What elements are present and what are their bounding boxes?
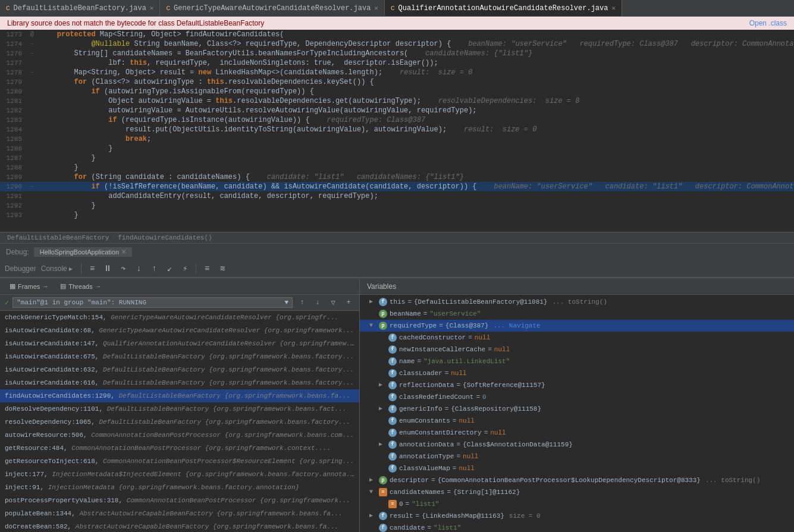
code-line-1273[interactable]: 1273@ protected Map<String, Object> find…: [0, 30, 794, 39]
step-out-button[interactable]: ↑: [147, 262, 161, 275]
var-item[interactable]: ▶f result = {LinkedHashMap@11163}size = …: [360, 510, 794, 522]
variables-list[interactable]: ▶f this = {DefaultListableBeanFactory@11…: [360, 295, 794, 532]
tab-close-3[interactable]: ✕: [611, 4, 616, 12]
breadcrumb-method: findAutowireCandidates(): [118, 234, 212, 241]
code-line-1282[interactable]: 1282 autowiringValue = AutowireUtils.res…: [0, 106, 794, 115]
var-item[interactable]: ▶f annotationData = {Class$AnnotationDat…: [360, 439, 794, 451]
var-item[interactable]: f name = "java.util.LinkedList": [360, 355, 794, 367]
line-content: }: [37, 153, 794, 163]
var-type-icon: f: [388, 405, 397, 413]
frame-item[interactable]: populateBean:1344, AbstractAutowireCapab…: [0, 507, 359, 520]
code-line-1276[interactable]: 1276- String[] candidateNames = BeanFact…: [0, 49, 794, 58]
tab-generictypeaware[interactable]: C GenericTypeAwareAutowireCandidateResol…: [160, 0, 385, 16]
code-line-1289[interactable]: 1289 for (String candidate : candidateNa…: [0, 172, 794, 182]
var-item[interactable]: f classValueMap = null: [360, 462, 794, 474]
var-item[interactable]: f candidate = "list1": [360, 522, 794, 532]
tab-close-2[interactable]: ✕: [374, 4, 378, 12]
code-line-1279[interactable]: 1279 for (Class<?> autowiringType : this…: [0, 77, 794, 87]
var-expand-arrow[interactable]: ▼: [369, 320, 376, 331]
var-equals: =: [456, 380, 460, 391]
settings-button[interactable]: ≡: [200, 262, 214, 275]
code-line-1286[interactable]: 1286 }: [0, 144, 794, 153]
var-item[interactable]: p beanName = "userService": [360, 308, 794, 320]
var-item[interactable]: f newInstanceCallerCache = null: [360, 344, 794, 355]
step-into-button[interactable]: ↓: [131, 262, 146, 275]
var-extra[interactable]: ... Navigate: [493, 320, 540, 331]
code-line-1287[interactable]: 1287 }: [0, 153, 794, 163]
code-line-1285[interactable]: 1285 break;: [0, 134, 794, 144]
var-item[interactable]: ▶p descriptor = {CommonAnnotationBeanPos…: [360, 474, 794, 486]
frame-item[interactable]: inject:177, InjectionMetadata$InjectedEl…: [0, 468, 359, 481]
console-tab[interactable]: Console ▸: [41, 265, 73, 273]
var-item[interactable]: ▶f this = {DefaultListableBeanFactory@11…: [360, 296, 794, 308]
tab-close[interactable]: ✕: [150, 4, 154, 12]
var-item[interactable]: f cachedConstructor = null: [360, 332, 794, 344]
var-item[interactable]: f enumConstants = null: [360, 415, 794, 427]
frame-item[interactable]: getResourceToInject:618, CommonAnnotatio…: [0, 455, 359, 468]
code-line-1274[interactable]: 1274- @Nullable String beanName, Class<?…: [0, 39, 794, 49]
frame-item[interactable]: isAutowireCandidate:147, QualifierAnnota…: [0, 337, 359, 350]
var-item[interactable]: ≡ 0 = "list1": [360, 498, 794, 510]
code-editor[interactable]: 1273@ protected Map<String, Object> find…: [0, 30, 794, 232]
resume-button[interactable]: ≡: [85, 262, 99, 275]
debug-session-close[interactable]: ✕: [121, 248, 126, 255]
var-item[interactable]: f annotationType = null: [360, 451, 794, 462]
var-expand-arrow[interactable]: ▶: [379, 404, 386, 414]
var-expand-arrow[interactable]: ▶: [369, 297, 376, 307]
frame-item[interactable]: findAutowireCandidates:1290, DefaultList…: [0, 389, 359, 402]
frame-item[interactable]: isAutowireCandidate:632, DefaultListable…: [0, 363, 359, 376]
debugger-tab[interactable]: Debugger: [5, 265, 36, 273]
thread-dropdown[interactable]: "main"@1 in group "main": RUNNING ▼: [12, 297, 293, 308]
frame-item[interactable]: isAutowireCandidate:68, GenericTypeAware…: [0, 324, 359, 337]
code-line-1283[interactable]: 1283 if (requiredType.isInstance(autowir…: [0, 115, 794, 125]
open-class-link[interactable]: Open .class: [749, 19, 787, 27]
frame-item[interactable]: postProcessPropertyValues:318, CommonAnn…: [0, 494, 359, 507]
frame-item[interactable]: getResource:484, CommonAnnotationBeanPos…: [0, 442, 359, 455]
code-line-1291[interactable]: 1291 addCandidateEntry(result, candidate…: [0, 191, 794, 201]
code-line-1278[interactable]: 1278- Map<String, Object> result = new L…: [0, 68, 794, 77]
var-item[interactable]: ▶f reflectionData = {SoftReference@11157…: [360, 379, 794, 391]
thread-add-button[interactable]: +: [343, 297, 354, 309]
var-expand-arrow[interactable]: ▶: [369, 511, 376, 521]
frame-item[interactable]: checkGenericTypeMatch:154, GenericTypeAw…: [0, 311, 359, 324]
var-item[interactable]: f classLoader = null: [360, 367, 794, 379]
tab-qualifier[interactable]: C QualifierAnnotationAutowireCandidateRe…: [385, 0, 622, 16]
thread-down-button[interactable]: ↓: [312, 297, 324, 309]
var-item[interactable]: ▼≡ candidateNames = {String[1]@11162}: [360, 486, 794, 498]
frames-tab[interactable]: ▦ Frames →: [5, 281, 53, 291]
var-expand-arrow[interactable]: ▶: [379, 439, 386, 450]
code-line-1290[interactable]: 1290- if (!isSelfReference(beanName, can…: [0, 182, 794, 191]
var-expand-arrow[interactable]: ▶: [369, 475, 376, 486]
tab-defaultlistable[interactable]: C DefaultListableBeanFactory.java ✕: [0, 0, 160, 16]
evaluate-button[interactable]: ⚡: [178, 262, 192, 275]
var-item[interactable]: f enumConstantDirectory = null: [360, 427, 794, 439]
var-item[interactable]: f classRedefinedCount = 0: [360, 391, 794, 403]
code-line-1281[interactable]: 1281 Object autowiringValue = this.resol…: [0, 96, 794, 106]
frame-item[interactable]: doCreateBean:582, AbstractAutowireCapabl…: [0, 520, 359, 532]
frame-item[interactable]: isAutowireCandidate:675, DefaultListable…: [0, 350, 359, 363]
var-expand-arrow[interactable]: ▼: [369, 487, 376, 498]
code-line-1277[interactable]: 1277 lbf: this, requiredType, includeNon…: [0, 58, 794, 68]
run-to-cursor-button[interactable]: ↙: [162, 262, 177, 275]
thread-up-button[interactable]: ↑: [296, 297, 308, 309]
thread-filter-button[interactable]: ▽: [327, 297, 339, 309]
var-item[interactable]: ▶f genericInfo = {ClassRepository@11158}: [360, 403, 794, 415]
frame-item[interactable]: inject:91, InjectionMetadata {org.spring…: [0, 481, 359, 494]
threads-tab[interactable]: ▤ Threads →: [55, 281, 105, 291]
debug-session-tab[interactable]: HelloSpringBootApplication ✕: [34, 247, 132, 257]
var-expand-arrow[interactable]: ▶: [379, 380, 386, 391]
code-line-1288[interactable]: 1288 }: [0, 163, 794, 172]
frames-list[interactable]: checkGenericTypeMatch:154, GenericTypeAw…: [0, 311, 359, 532]
code-line-1284[interactable]: 1284 result.put(ObjectUtils.identityToSt…: [0, 125, 794, 134]
frame-item[interactable]: isAutowireCandidate:616, DefaultListable…: [0, 376, 359, 389]
code-line-1293[interactable]: 1293 }: [0, 210, 794, 220]
pause-button[interactable]: ⏸: [101, 262, 115, 275]
frame-item[interactable]: doResolveDependency:1101, DefaultListabl…: [0, 402, 359, 415]
code-line-1280[interactable]: 1280 if (autowiringType.isAssignableFrom…: [0, 87, 794, 96]
var-item[interactable]: ▼p requiredType = {Class@387}... Navigat…: [360, 320, 794, 332]
more-button[interactable]: ≋: [215, 262, 230, 275]
frame-item[interactable]: autowireResource:506, CommonAnnotationBe…: [0, 429, 359, 442]
code-line-1292[interactable]: 1292 }: [0, 201, 794, 210]
step-over-button[interactable]: ↷: [116, 262, 130, 275]
frame-item[interactable]: resolveDependency:1065, DefaultListableB…: [0, 415, 359, 429]
